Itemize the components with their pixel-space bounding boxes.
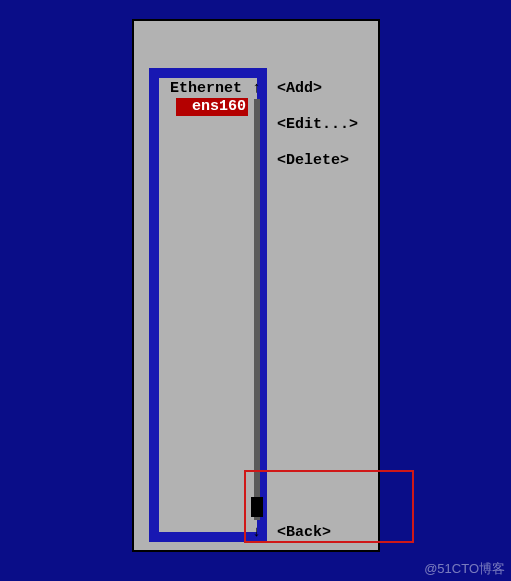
watermark-text: @51CTO博客 [424,560,505,578]
list-frame [149,68,267,542]
action-buttons: <Add> <Edit...> <Delete> [277,80,358,188]
scrollbar-track[interactable] [254,99,260,520]
delete-button[interactable]: <Delete> [277,152,358,170]
network-config-dialog: Ethernet ens160 ↑ ↓ <Add> <Edit...> <Del… [132,19,380,552]
scroll-up-arrow-icon[interactable]: ↑ [252,80,261,97]
back-button[interactable]: <Back> [277,524,331,541]
list-item[interactable]: ens160 [176,98,248,116]
scrollbar-thumb[interactable] [251,497,263,517]
edit-button[interactable]: <Edit...> [277,116,358,134]
list-category-header: Ethernet [168,80,248,98]
add-button[interactable]: <Add> [277,80,358,98]
connection-list[interactable]: Ethernet ens160 [168,80,248,116]
scroll-down-arrow-icon[interactable]: ↓ [252,524,261,541]
